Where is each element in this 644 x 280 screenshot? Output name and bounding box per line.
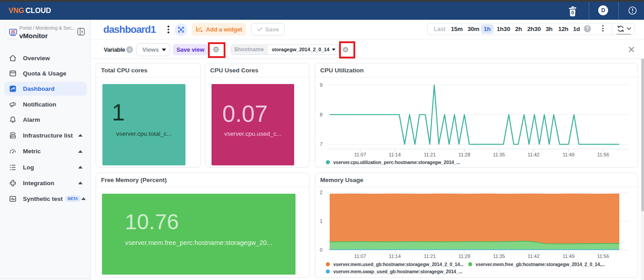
- svg-text:11:56: 11:56: [597, 152, 609, 157]
- svg-text:1: 1: [320, 218, 322, 224]
- svg-text:7: 7: [320, 142, 322, 147]
- svg-text:11:07: 11:07: [354, 253, 366, 259]
- svg-text:11:28: 11:28: [459, 152, 471, 157]
- svg-text:9: 9: [320, 82, 322, 88]
- svg-text:2: 2: [320, 190, 322, 195]
- svg-text:11:14: 11:14: [389, 253, 401, 259]
- svg-text:vserver.mem.swap_used_gb:hostn: vserver.mem.swap_used_gb:hostname:storag…: [333, 269, 463, 274]
- svg-text:11:49: 11:49: [563, 152, 575, 157]
- svg-text:11:49: 11:49: [563, 253, 575, 259]
- svg-text:11:28: 11:28: [459, 253, 471, 259]
- svg-text:11:14: 11:14: [389, 152, 401, 157]
- svg-text:11:56: 11:56: [597, 253, 609, 259]
- svg-text:11:42: 11:42: [528, 253, 540, 259]
- svg-text:11:21: 11:21: [424, 152, 436, 157]
- svg-text:11:07: 11:07: [354, 152, 366, 157]
- svg-text:11:21: 11:21: [424, 253, 436, 259]
- svg-text:0: 0: [571, 10, 574, 15]
- svg-text:8: 8: [320, 112, 322, 117]
- svg-text:11:35: 11:35: [493, 253, 505, 259]
- svg-text:vserver.cpu.utilization_perc:h: vserver.cpu.utilization_perc:hostname:st…: [333, 160, 460, 165]
- svg-text:vserver.mem.used_gb:hostname:s: vserver.mem.used_gb:hostname:storagegw_2…: [333, 262, 464, 267]
- svg-text:0: 0: [320, 247, 322, 253]
- svg-text:vserver.mem.free_gb:hostname:s: vserver.mem.free_gb:hostname:storagegw_2…: [476, 262, 605, 267]
- svg-text:11:35: 11:35: [493, 152, 505, 157]
- svg-text:11:42: 11:42: [528, 152, 540, 157]
